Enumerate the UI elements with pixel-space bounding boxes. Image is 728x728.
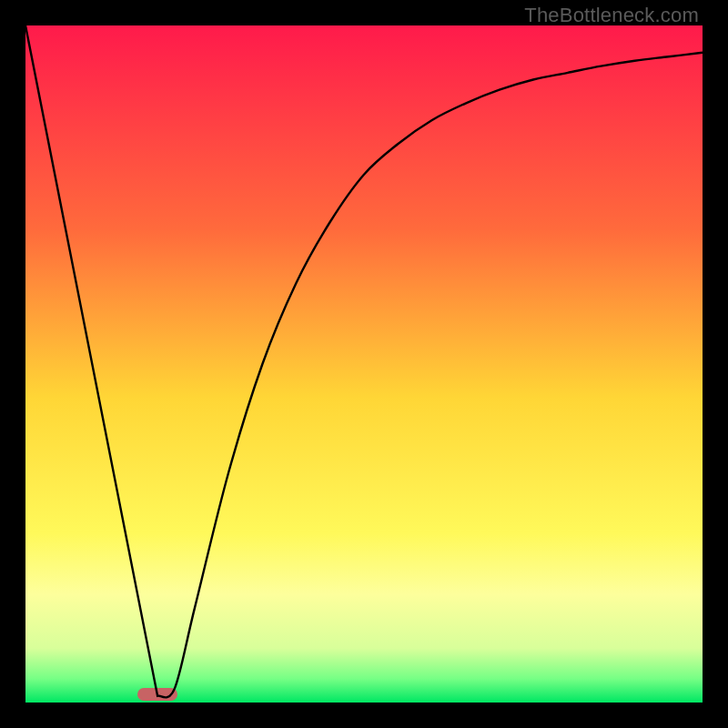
bottleneck-curve: [25, 25, 703, 703]
chart-frame: TheBottleneck.com: [0, 0, 728, 728]
plot-area: [25, 25, 703, 703]
watermark-text: TheBottleneck.com: [524, 4, 699, 27]
